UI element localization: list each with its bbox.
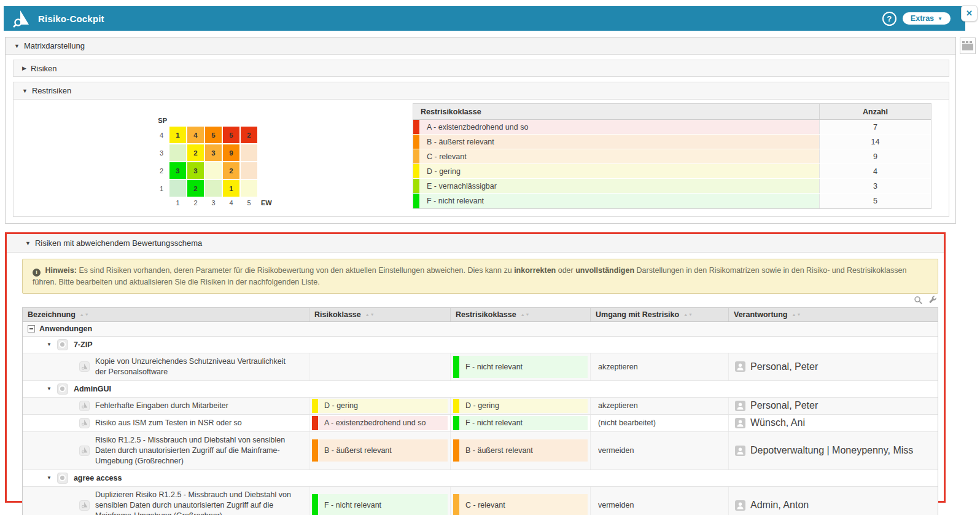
verantwortung-value: Admin, Anton [750, 500, 809, 511]
restrisikoklasse-row[interactable]: F - nicht relevant5 [413, 194, 931, 208]
matrix-cell[interactable] [241, 180, 257, 197]
restrisiken-header[interactable]: ▼ Restrisiken [14, 82, 949, 100]
info-icon: i [33, 269, 41, 277]
matrix-cell[interactable]: 3 [205, 144, 222, 161]
sort-icons: ▲▼ [365, 313, 375, 316]
matrix-cell[interactable]: 2 [187, 144, 204, 161]
matrix-cell[interactable]: 3 [187, 162, 204, 179]
chip-color-bar [312, 399, 318, 413]
layout-grid-button[interactable] [960, 37, 976, 54]
risk-class-chip: B - äußerst relevant [453, 439, 588, 462]
restrisiken-title: Restrisiken [32, 86, 71, 95]
verantwortung-value: Personal, Peter [750, 361, 818, 372]
matrix-cell[interactable] [169, 144, 186, 161]
column-header-bezeichnung[interactable]: Bezeichnung▲▼ [23, 308, 309, 321]
matrixdarstellung-header[interactable]: ▼ Matrixdarstellung [6, 37, 955, 55]
risk-class-chip: D - gering [453, 399, 588, 413]
chip-label: F - nicht relevant [459, 416, 588, 430]
application-icon [57, 473, 68, 484]
risikoklasse-cell: B - äußerst relevant [309, 432, 450, 470]
column-header-risikoklasse[interactable]: Risikoklasse▲▼ [309, 308, 450, 321]
hinweis-bold-2: unvollständigen [575, 266, 634, 275]
chip-color-bar [312, 416, 318, 430]
matrix-spacer [259, 162, 279, 179]
class-color-bar [413, 179, 419, 193]
column-header-restrisikoklasse[interactable]: Restrisikoklasse▲▼ [450, 308, 590, 321]
chip-color-bar [453, 494, 459, 515]
restrisikoklasse-cell: D - gering [450, 398, 590, 414]
subgroup-row-admingui[interactable]: ▼AdminGUI [23, 381, 938, 398]
restrisikoklasse-row[interactable]: B - äußerst relevant14 [413, 135, 931, 149]
group-row-anwendungen[interactable]: Anwendungen [23, 322, 938, 337]
matrix-cell[interactable]: 1 [223, 180, 239, 197]
risk-item-icon [79, 361, 90, 372]
restrisikoklasse-table-body: A - existenzbedrohend und so7B - äußerst… [413, 120, 931, 208]
column-header-verantwortung[interactable]: Verantwortung▲▼ [728, 308, 938, 321]
collapse-minus-icon[interactable] [28, 325, 35, 332]
subgroup-row-7-zip[interactable]: ▼7-ZIP [23, 337, 938, 353]
matrix-cell[interactable]: 9 [223, 144, 239, 161]
chip-label: C - relevant [459, 494, 588, 515]
collapse-triangle-icon[interactable]: ▼ [47, 475, 52, 481]
table-row[interactable]: Risiko R1.2.5 - Missbrauch und Diebstahl… [23, 432, 938, 470]
matrix-cell[interactable]: 2 [187, 180, 204, 197]
table-row[interactable]: Risiko aus ISM zum Testen in NSR oder so… [23, 415, 938, 432]
extras-button[interactable]: Extras ▼ [903, 12, 951, 25]
subgroup-label: AdminGUI [74, 385, 111, 393]
matrix-cell[interactable] [241, 144, 257, 161]
restrisikoklasse-row[interactable]: E - vernachlässigbar3 [413, 179, 931, 194]
matrix-cell[interactable] [205, 162, 222, 179]
risk-name-cell: Fehlerhafte Eingaben durch Mitarbeiter [23, 398, 309, 414]
chip-label: D - gering [318, 399, 448, 413]
verantwortung-value: Personal, Peter [750, 400, 818, 411]
matrix-cell[interactable] [241, 162, 257, 179]
restrisikoklasse-row[interactable]: C - relevant9 [413, 149, 931, 164]
chip-label: B - äußerst relevant [318, 439, 448, 462]
application-icon [57, 383, 68, 395]
deviating-risks-header[interactable]: ▼ Risiken mit abweichendem Bewertungssch… [7, 234, 944, 253]
risk-item-icon [79, 500, 90, 511]
chip-label: F - nicht relevant [318, 494, 448, 515]
table-row[interactable]: Kopie von Unzureichendes Schutzniveau Ve… [23, 353, 938, 381]
group-label: Anwendungen [39, 324, 92, 333]
header-actions: ? Extras ▼ [882, 12, 951, 26]
matrix-cell[interactable] [169, 180, 186, 197]
column-header-umgang-mit-restrisiko[interactable]: Umgang mit Restrisiko▲▼ [590, 308, 728, 321]
hinweis-text-1: Es sind Risiken vorhanden, deren Paramet… [79, 266, 511, 275]
matrix-cell[interactable]: 2 [241, 127, 257, 143]
close-button[interactable]: ✕ [961, 5, 978, 22]
search-icon[interactable] [914, 296, 923, 305]
collapse-triangle-icon[interactable]: ▼ [47, 386, 52, 391]
class-color-bar [413, 135, 419, 149]
table-row[interactable]: Duplizieren Risiko R1.2.5 - Missbrauch u… [23, 487, 938, 515]
risk-item-icon [79, 418, 90, 428]
risiken-title: Risiken [31, 64, 57, 73]
restrisikoklasse-row[interactable]: D - gering4 [413, 164, 931, 179]
restrisikoklasse-row[interactable]: A - existenzbedrohend und so7 [413, 120, 931, 135]
matrix-x-tick: 1 [169, 199, 186, 206]
restrisikoklasse-cell: B - äußerst relevant [450, 432, 590, 470]
matrix-cell[interactable]: 5 [223, 127, 239, 143]
matrix-cell[interactable]: 2 [223, 162, 239, 179]
class-label: B - äußerst relevant [419, 135, 819, 149]
matrix-cell[interactable]: 1 [169, 127, 186, 143]
class-color-bar [413, 164, 419, 178]
risikoklasse-cell: D - gering [309, 398, 450, 414]
matrix-cell[interactable] [205, 180, 222, 197]
class-label: A - existenzbedrohend und so [419, 120, 819, 134]
matrix-cell[interactable]: 4 [187, 127, 204, 143]
matrix-y-tick: 2 [150, 167, 168, 175]
table-row[interactable]: Fehlerhafte Eingaben durch MitarbeiterD … [23, 398, 938, 415]
matrix-cell[interactable]: 5 [205, 127, 222, 143]
verantwortung-cell: Admin, Anton [728, 487, 938, 515]
class-count: 3 [819, 179, 931, 193]
risiken-collapsed-header[interactable]: ▶ Risiken [13, 60, 949, 77]
table-toolbar [22, 294, 938, 307]
collapse-triangle-icon[interactable]: ▼ [47, 342, 52, 347]
wrench-icon[interactable] [928, 296, 937, 305]
help-button[interactable]: ? [882, 12, 896, 26]
matrix-cell[interactable]: 3 [169, 162, 186, 179]
matrix-y-tick: 3 [150, 149, 168, 157]
class-color-bar [413, 194, 419, 208]
subgroup-row-agree-access[interactable]: ▼agree access [23, 470, 938, 487]
